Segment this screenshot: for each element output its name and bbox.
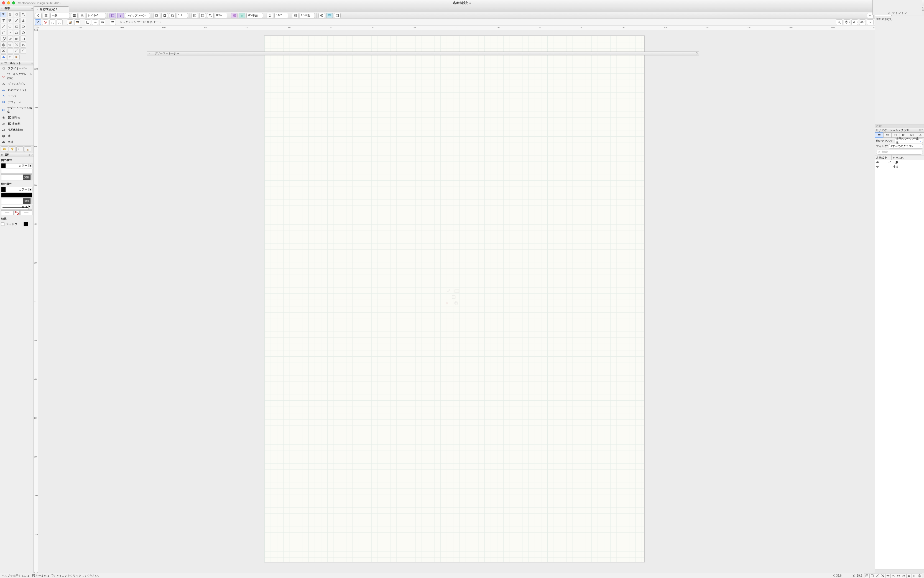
line-style-row[interactable]: [1, 193, 32, 198]
nav-other-dropdown[interactable]: 表示+スナップ+編集⌄: [895, 138, 923, 143]
layer-dropdown[interactable]: レイヤ-1⌄: [86, 13, 106, 18]
arc-tool[interactable]: [0, 30, 6, 36]
help-icon[interactable]: ?: [921, 128, 923, 132]
minimize-window[interactable]: [7, 2, 10, 5]
nav-mode-classes[interactable]: [875, 132, 883, 138]
line-tool[interactable]: [0, 24, 6, 29]
toolset-item[interactable]: NURBS曲線: [0, 127, 34, 133]
plane-mode-1[interactable]: [109, 13, 116, 18]
help-icon[interactable]: ?: [696, 52, 698, 55]
toolset-item[interactable]: サブディビジョン編集: [0, 105, 34, 115]
snap-suspend[interactable]: [911, 573, 917, 578]
toolset-item[interactable]: 3D 基準点: [0, 115, 34, 121]
mode-6[interactable]: [74, 19, 80, 25]
nav-header[interactable]: × ナビゲーション - クラス ≡ ?: [875, 128, 924, 132]
minimize-icon[interactable]: –: [151, 52, 153, 55]
mode-5[interactable]: [67, 19, 73, 25]
attributes-header[interactable]: × 属性 ≡ ?: [0, 153, 34, 157]
fit-page[interactable]: [192, 13, 198, 18]
visibility-tool[interactable]: [7, 54, 13, 60]
attribute-mapping-tool[interactable]: [0, 54, 6, 60]
help-icon[interactable]: ?: [31, 154, 32, 157]
mode-8[interactable]: [92, 19, 98, 25]
rotation-icon[interactable]: [266, 13, 273, 18]
line-color-row[interactable]: カラー ▾: [1, 187, 32, 192]
snap-intersect[interactable]: [880, 573, 885, 578]
quick-search[interactable]: [836, 19, 843, 25]
toolset-item[interactable]: 3D 多角形: [0, 121, 34, 127]
mode-9[interactable]: [99, 19, 105, 25]
scale-dropdown[interactable]: 1:1: [177, 13, 188, 18]
snap-settings[interactable]: [917, 573, 922, 578]
trim-tool[interactable]: [14, 42, 19, 48]
palette-menu-icon[interactable]: ≡: [31, 7, 32, 10]
connect-tool[interactable]: [7, 48, 13, 54]
toolset-tab-dims[interactable]: [16, 146, 24, 152]
scale-icon[interactable]: [169, 13, 176, 18]
nav-col-name[interactable]: クラス名: [892, 156, 924, 160]
mode-3[interactable]: [49, 19, 55, 25]
fill-swatch[interactable]: [2, 164, 6, 168]
saved-views[interactable]: [43, 13, 49, 18]
mode-4[interactable]: [57, 19, 63, 25]
extrude-tool[interactable]: [20, 18, 26, 23]
toolset-item[interactable]: プッシュ/プル: [0, 81, 34, 87]
fillet-tool[interactable]: [14, 48, 19, 54]
nav-col-visibility[interactable]: 表示設定: [875, 156, 892, 160]
snap-tangent[interactable]: [901, 573, 906, 578]
class-dropdown[interactable]: 一般⌄: [50, 13, 70, 18]
zoom-dropdown[interactable]: 86%: [215, 13, 227, 18]
zoom-tool[interactable]: [20, 11, 26, 17]
end-marker[interactable]: [20, 210, 33, 215]
start-marker[interactable]: [1, 210, 14, 215]
plane-dropdown[interactable]: レイヤプレーン⌄: [125, 13, 150, 18]
mode-1[interactable]: [35, 19, 41, 25]
snap-distance[interactable]: [896, 573, 901, 578]
ellipse-tool[interactable]: [7, 24, 13, 29]
shadow-swatch[interactable]: [24, 222, 28, 226]
quick-visibility[interactable]: ▾: [859, 19, 866, 25]
nav-row[interactable]: 寸法: [875, 165, 924, 169]
render-dropdown[interactable]: 2D平面⌄: [300, 13, 315, 18]
door-tool[interactable]: [20, 36, 26, 42]
toolset-item[interactable]: 辺のオフセット: [0, 87, 34, 93]
fill-color-row[interactable]: カラー ▾: [1, 163, 32, 168]
snap-angle[interactable]: [875, 573, 880, 578]
stake-tool[interactable]: [14, 54, 19, 60]
fill-pattern-row[interactable]: [1, 169, 32, 174]
zoom-icon[interactable]: [207, 13, 214, 18]
palette-menu-icon[interactable]: ≡: [919, 128, 921, 132]
callout-tool[interactable]: [7, 18, 13, 23]
pan-tool[interactable]: [7, 11, 13, 17]
rounded-rect-tool[interactable]: [20, 24, 26, 29]
modebar-chevron[interactable]: [867, 19, 874, 25]
clip-cube[interactable]: [161, 13, 168, 18]
offset-tool[interactable]: [20, 42, 26, 48]
line-opacity[interactable]: 100%: [1, 198, 32, 204]
close-tab-icon[interactable]: ×: [36, 8, 38, 11]
multiview-icon[interactable]: [326, 13, 333, 18]
mirror-tool[interactable]: [0, 42, 6, 48]
close-window[interactable]: [2, 2, 5, 5]
wall-tool[interactable]: [14, 36, 19, 42]
polygon-tool[interactable]: [20, 30, 26, 36]
nav-row[interactable]: 一般: [875, 160, 924, 165]
flyover-tool[interactable]: [14, 11, 19, 17]
nav-mode-design-layers[interactable]: [883, 132, 892, 138]
toolset-item[interactable]: 球: [0, 133, 34, 139]
quick-snap[interactable]: ▾: [851, 19, 858, 25]
drawing-canvas[interactable]: 2001801601401201008060402002040608010012…: [34, 26, 875, 573]
nav-filter-dropdown[interactable]: <すべてのクラス>⌄: [889, 144, 923, 149]
mode-prefs[interactable]: [110, 19, 116, 25]
freehand-tool[interactable]: [7, 30, 13, 36]
toolset-item[interactable]: デフォーム: [0, 99, 34, 105]
spiral-tool[interactable]: [0, 36, 6, 42]
close-icon[interactable]: ×: [1, 62, 4, 65]
shadow-checkbox[interactable]: [1, 222, 5, 226]
document-tab[interactable]: × 名称未設定 1: [34, 6, 69, 12]
render-icon[interactable]: [292, 13, 299, 18]
snap-object[interactable]: [869, 573, 875, 578]
mode-7[interactable]: [85, 19, 91, 25]
rotate-tool[interactable]: [7, 42, 13, 48]
line-thickness[interactable]: 0.05▾: [1, 205, 32, 210]
